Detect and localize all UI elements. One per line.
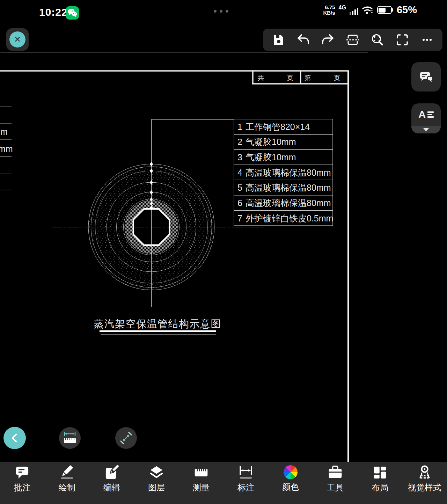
tool-label: 图层 <box>148 482 165 493</box>
fragment-text-mm: mm <box>0 144 13 154</box>
save-icon <box>272 34 285 46</box>
tool-measure[interactable]: 测量 <box>179 465 224 495</box>
legend-table: 1 工作钢管820×14 2 气凝胶10mm 3 气凝胶10mm 4 高温玻璃棉… <box>234 119 333 226</box>
more-button[interactable] <box>417 30 437 50</box>
legend-row-num: 3 <box>237 152 242 162</box>
wechat-icon <box>66 6 79 20</box>
layers-icon <box>149 465 164 480</box>
tool-label: 工具 <box>327 482 344 493</box>
tool-label: 绘制 <box>59 482 75 493</box>
split-view-icon <box>346 34 360 46</box>
top-toolbar <box>263 29 442 51</box>
ruler-icon <box>193 465 209 480</box>
legend-row-num: 4 <box>237 168 242 177</box>
legend-row-text: 高温玻璃棉保温80mm <box>246 183 331 192</box>
legend-row-text: 气凝胶10mm <box>246 137 296 147</box>
pages-total-label: 共 <box>258 74 264 81</box>
drawing-title-block: 蒸汽架空保温管结构示意图 <box>94 318 221 335</box>
battery-icon <box>377 6 393 14</box>
tool-color[interactable]: 颜色 <box>268 465 313 495</box>
cad-canvas[interactable]: 共 页 第 页 m mm <box>0 52 368 462</box>
legend-row-num: 1 <box>237 122 242 132</box>
aligned-measure-icon <box>119 431 133 445</box>
tool-dimension[interactable]: 标注 <box>224 465 268 495</box>
tool-label: 颜色 <box>282 481 299 492</box>
linear-measure-button[interactable] <box>59 427 81 449</box>
tool-label: 编辑 <box>103 482 120 493</box>
aligned-measure-button[interactable] <box>115 427 137 449</box>
split-view-button[interactable] <box>343 30 362 50</box>
wifi-icon <box>362 5 374 15</box>
pipe-cross-section <box>52 119 265 307</box>
legend-row-text: 外护镀锌白铁皮0.5mm <box>246 213 333 223</box>
tool-layout[interactable]: 布局 <box>358 465 402 495</box>
legend-row-text: 高温玻璃棉保温80mm <box>246 198 331 208</box>
legend-row-num: 5 <box>237 183 242 192</box>
save-button[interactable] <box>269 30 288 50</box>
close-button[interactable]: ✕ <box>6 28 29 51</box>
legend-row-num: 2 <box>237 137 242 147</box>
redo-button[interactable] <box>318 30 338 50</box>
fragment-text-m: m <box>0 127 8 137</box>
tool-annotate[interactable]: 批注 <box>0 465 45 495</box>
pencil-icon <box>59 465 75 480</box>
text-style-button[interactable]: A <box>411 103 441 133</box>
fullscreen-button[interactable] <box>393 30 412 50</box>
chevron-down-icon <box>423 128 429 131</box>
tool-label: 批注 <box>14 482 31 493</box>
tool-layers[interactable]: 图层 <box>134 465 179 495</box>
linear-measure-icon <box>63 431 77 445</box>
toolbox-icon <box>328 465 343 480</box>
comments-icon <box>418 70 434 84</box>
legend-row-num: 6 <box>237 198 242 208</box>
legend-row-text: 高温玻璃棉保温80mm <box>246 168 331 177</box>
legend-row-text: 气凝胶10mm <box>246 152 296 162</box>
zoom-window-button[interactable] <box>368 30 387 50</box>
status-bar: 10:22 6.75 KB/s 4G 65% <box>0 0 447 24</box>
edit-icon <box>104 465 119 480</box>
page-ordinal-unit: 页 <box>334 74 340 81</box>
page-ordinal-label: 第 <box>305 74 311 81</box>
signal-bars-icon <box>350 7 358 15</box>
tool-visual-style[interactable]: 视觉样式 <box>402 465 447 495</box>
tool-label: 布局 <box>372 482 388 493</box>
dimension-icon <box>238 465 254 480</box>
legend-row-num: 7 <box>237 213 242 223</box>
left-table-fragment: m mm <box>0 106 13 190</box>
visual-style-icon <box>417 465 432 480</box>
tool-label: 视觉样式 <box>408 482 441 493</box>
network-speed: 6.75 KB/s <box>323 5 335 16</box>
bottom-toolbar: 批注 绘制 编辑 <box>0 462 447 504</box>
camera-cutout-dots <box>214 10 228 13</box>
pages-total-unit: 页 <box>287 74 293 81</box>
comments-button[interactable] <box>411 62 441 92</box>
back-button[interactable] <box>3 427 26 449</box>
tool-label: 标注 <box>237 482 254 493</box>
battery-percent: 65% <box>397 4 417 16</box>
text-style-icon: A <box>411 103 441 126</box>
network-type: 4G <box>339 5 346 11</box>
tool-edit[interactable]: 编辑 <box>89 465 134 495</box>
clock: 10:22 <box>39 6 68 18</box>
tool-toolbox[interactable]: 工具 <box>313 465 358 495</box>
zoom-window-icon <box>371 33 384 46</box>
fullscreen-icon <box>396 34 409 46</box>
legend-row-text: 工作钢管820×14 <box>246 122 310 132</box>
back-icon <box>10 433 19 443</box>
page-number-box: 共 页 第 页 <box>252 71 348 84</box>
close-icon: ✕ <box>9 31 25 48</box>
color-wheel-icon <box>284 465 298 479</box>
tool-label: 测量 <box>193 482 210 493</box>
redo-icon <box>321 34 335 46</box>
text-style-expand[interactable] <box>411 126 441 133</box>
layout-icon <box>372 465 388 480</box>
comment-icon <box>15 465 30 480</box>
more-icon <box>421 34 433 46</box>
tool-draw[interactable]: 绘制 <box>45 465 89 495</box>
undo-icon <box>296 34 310 46</box>
drawing-title: 蒸汽架空保温管结构示意图 <box>94 318 221 329</box>
undo-button[interactable] <box>293 30 313 50</box>
